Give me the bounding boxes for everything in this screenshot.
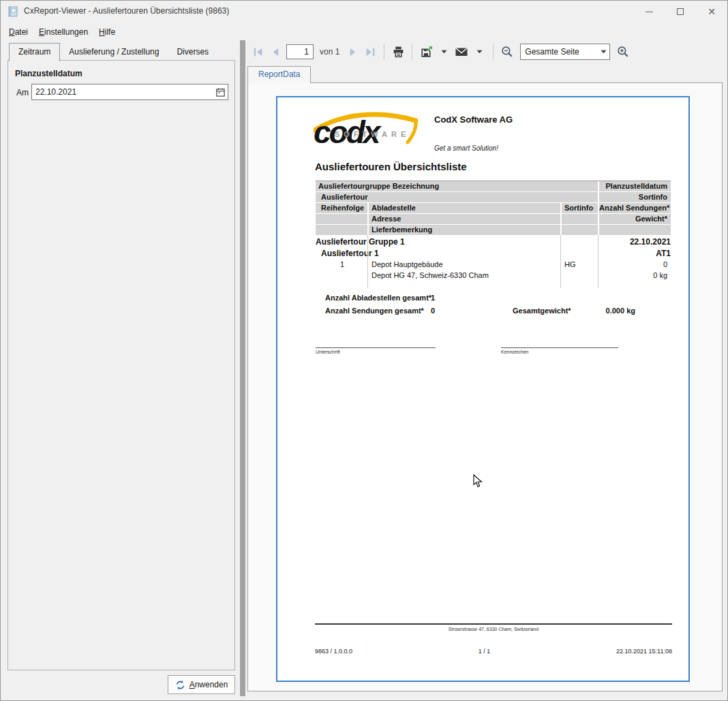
header-sortinfo-col: Sortinfo [562, 203, 598, 213]
company-name: CodX Software AG [434, 114, 513, 125]
email-button[interactable] [453, 43, 470, 61]
tab-auslieferung-zustellung[interactable]: Auslieferung / Zustellung [60, 44, 168, 61]
previous-page-button[interactable] [267, 43, 284, 61]
panel-splitter[interactable] [240, 40, 245, 696]
export-button[interactable] [418, 43, 434, 61]
group-name: Ausliefertour Gruppe 1 [316, 236, 405, 248]
toolbar-separator [412, 44, 412, 60]
calendar-button[interactable] [213, 84, 228, 99]
zoom-mode-select[interactable]: Gesamte Seite [520, 44, 610, 60]
app-window: CxReport-Viewer - Ausliefertouren Übersi… [0, 0, 728, 701]
menu-bar: Datei Einstellungen Hilfe [3, 24, 121, 40]
mouse-cursor [473, 474, 483, 488]
report-page: codx SOFTWARE CodX Software AG Get a sma… [276, 96, 690, 682]
print-button[interactable] [390, 43, 406, 61]
viewer-tabstrip: ReportData [247, 66, 311, 82]
previous-page-icon [270, 46, 282, 58]
total-abladestellen-label: Anzahl Abladestellen gesamt* [325, 294, 431, 302]
total-sendungen-label: Anzahl Sendungen gesamt* [325, 307, 424, 315]
signature-line-unterschrift: Unterschrift [316, 347, 436, 354]
signature-line-kennzeichen: Kennzeichen [501, 347, 618, 354]
header-abladestelle: Abladestelle [369, 203, 560, 213]
header-lieferbemerkung: Lieferbemerkung [369, 225, 560, 235]
date-field-wrap [31, 84, 228, 100]
close-icon: ✕ [708, 6, 716, 17]
detail-abladestelle: Depot Hauptgebäude [369, 259, 560, 270]
toolbar-separator [493, 44, 494, 60]
last-page-icon [365, 46, 376, 58]
report-content: codx SOFTWARE CodX Software AG Get a sma… [277, 97, 688, 681]
detail-sortinfo: HG [562, 259, 598, 270]
footer-page: 1 / 1 [479, 648, 491, 655]
anwenden-button[interactable]: Anwenden [168, 675, 235, 694]
report-title: Ausliefertouren Übersichtsliste [315, 161, 467, 172]
table-header: Ausliefertourgruppe Bezeichnung Planzust… [316, 181, 671, 235]
report-toolbar: von 1 [249, 40, 632, 63]
header-anzahl-sendungen: Anzahl Sendungen* [599, 203, 671, 213]
tab-diverses[interactable]: Diverses [168, 44, 217, 61]
zoom-in-button[interactable] [615, 43, 631, 61]
detail-gewicht: 0 kg [599, 270, 671, 281]
first-page-icon [252, 46, 264, 58]
page-number-input[interactable] [286, 44, 314, 59]
footer-timestamp: 22.10.2021 15:11:08 [616, 648, 672, 655]
header-gewicht: Gewicht* [599, 214, 671, 224]
page-count-label: von 1 [320, 47, 339, 57]
tab-zeitraum[interactable]: Zeitraum [9, 43, 60, 61]
minimize-icon [646, 12, 653, 12]
filter-tabstrip: Zeitraum Auslieferung / Zustellung Diver… [9, 43, 217, 61]
tour-row: Ausliefertour 1 AT1 [316, 248, 671, 259]
minimize-button[interactable] [633, 1, 665, 22]
last-page-button[interactable] [362, 43, 378, 61]
header-ausliefertour: Ausliefertour [316, 192, 598, 202]
caret-down-icon [441, 50, 447, 54]
header-planzustelldatum: Planzustelldatum [599, 181, 671, 191]
email-dropdown-button[interactable] [471, 43, 487, 61]
email-icon [455, 46, 468, 57]
company-slogan: Get a smart Solution! [434, 144, 498, 152]
next-page-button[interactable] [344, 43, 361, 61]
detail-adresse: Depot HG 47, Schweiz-6330 Cham [369, 270, 560, 281]
menu-hilfe[interactable]: Hilfe [93, 25, 121, 40]
menu-einstellungen[interactable]: Einstellungen [33, 25, 93, 40]
window-title: CxReport-Viewer - Ausliefertouren Übersi… [24, 6, 229, 16]
zoom-out-button[interactable] [499, 43, 515, 61]
zoom-mode-value: Gesamte Seite [521, 47, 597, 57]
am-label: Am [16, 88, 29, 97]
footer-version: 9863 / 1.0.0.0 [315, 648, 352, 655]
caret-down-icon [601, 50, 607, 54]
total-gewicht-label: Gesamtgewicht* [513, 307, 571, 315]
anwenden-label: Anwenden [189, 680, 228, 689]
header-gruppe-bezeichnung: Ausliefertourgruppe Bezeichnung [316, 181, 598, 191]
footer-rule [315, 623, 672, 625]
detail-row: 1 Depot Hauptgebäude HG 0 [316, 259, 671, 270]
date-input[interactable] [32, 87, 213, 97]
tour-name: Ausliefertour 1 [321, 248, 379, 259]
combo-caret [597, 50, 609, 54]
group-date: 22.10.2021 [630, 236, 671, 248]
export-save-icon [420, 46, 433, 59]
menu-datei[interactable]: Datei [3, 25, 33, 40]
refresh-icon [175, 680, 185, 690]
footer-address: Sinserstrasse 47, 6330 Cham, Switzerland [315, 627, 672, 632]
detail-row: Depot HG 47, Schweiz-6330 Cham 0 kg [316, 270, 671, 281]
table-body: Ausliefertour Gruppe 1 22.10.2021 Auslie… [316, 235, 671, 281]
caret-down-icon [476, 50, 483, 54]
zeitraum-tabpage: Planzustelldatum Am [7, 60, 235, 670]
detail-anzahl: 0 [599, 259, 671, 270]
title-bar: CxReport-Viewer - Ausliefertouren Übersi… [1, 1, 727, 22]
tab-reportdata[interactable]: ReportData [247, 66, 311, 83]
maximize-button[interactable] [665, 1, 696, 22]
tour-sortinfo: AT1 [656, 248, 671, 259]
report-table: Ausliefertourgruppe Bezeichnung Planzust… [316, 181, 671, 281]
calendar-icon [215, 87, 226, 97]
header-sortinfo-right: Sortinfo [599, 192, 671, 202]
header-reihenfolge: Reihenfolge [316, 203, 367, 213]
group-row: Ausliefertour Gruppe 1 22.10.2021 [316, 236, 671, 248]
logo-subtitle: SOFTWARE [335, 130, 410, 138]
export-dropdown-button[interactable] [436, 43, 452, 61]
first-page-button[interactable] [249, 43, 266, 61]
print-icon [392, 46, 405, 59]
close-button[interactable]: ✕ [696, 1, 727, 22]
report-icon [7, 6, 18, 17]
